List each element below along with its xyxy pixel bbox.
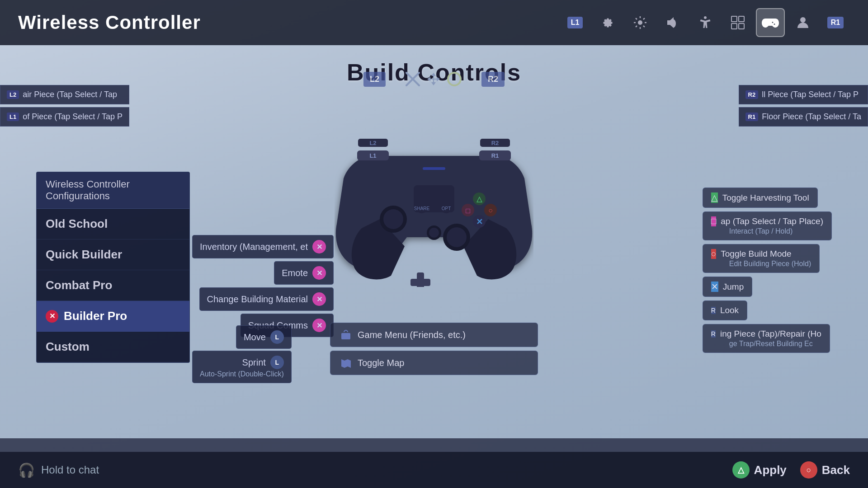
- custom-label: Custom: [46, 340, 90, 354]
- move-icon: [425, 70, 443, 88]
- l1-badge-2: L1: [7, 113, 19, 121]
- svg-point-14: [800, 17, 806, 23]
- profile-tab-button[interactable]: [788, 8, 817, 37]
- svg-text:□: □: [466, 207, 470, 215]
- svg-text:L1: L1: [369, 152, 376, 159]
- emote-mapping: Emote ✕: [274, 261, 334, 285]
- emote-btn-icon: ✕: [312, 266, 326, 280]
- toggle-harvesting-mapping: △ Toggle Harvesting Tool: [703, 188, 818, 208]
- apply-triangle-icon: △: [732, 461, 750, 479]
- network-tab-button[interactable]: [723, 8, 752, 37]
- r2-top-btn: R2: [481, 72, 505, 87]
- l2-badge: L2: [7, 90, 19, 99]
- interact-sub-text: Interact (Tap / Hold): [711, 227, 793, 235]
- nav-icon-group: L1 R1: [561, 8, 850, 37]
- brightness-tab-button[interactable]: [626, 8, 655, 37]
- circle-icon: [445, 70, 463, 88]
- builder-pro-label: Builder Pro: [64, 309, 127, 323]
- top-controller-row: L2 R2: [363, 70, 505, 88]
- svg-rect-13: [739, 23, 744, 29]
- back-label: Back: [822, 463, 850, 477]
- inventory-btn-icon: ✕: [312, 240, 326, 253]
- inventory-text: Inventory (Management, et: [200, 242, 308, 252]
- config-item-custom[interactable]: Custom: [37, 332, 189, 362]
- hold-to-chat-area: 🎧 Hold to chat: [18, 462, 99, 478]
- top-navigation: Wireless Controller L1: [0, 0, 868, 45]
- r2-label-text: ll Piece (Tap Select / Tap P: [762, 90, 859, 99]
- bottom-left-movement: Move L Sprint L Auto-Sprint (Double-Clic…: [192, 325, 292, 383]
- accessibility-tab-button[interactable]: [691, 8, 720, 37]
- move-l-stick-icon: L: [270, 330, 284, 344]
- svg-point-0: [638, 20, 642, 25]
- game-menu-text: Game Menu (Friends, etc.): [358, 330, 466, 340]
- apply-label: Apply: [754, 463, 787, 477]
- quick-builder-label: Quick Builder: [46, 248, 122, 262]
- r1-badge-2: R1: [745, 113, 759, 121]
- svg-text:L2: L2: [369, 140, 376, 146]
- look-text: Look: [720, 305, 739, 315]
- svg-rect-48: [341, 333, 350, 339]
- controller-tab-button[interactable]: [756, 8, 785, 37]
- config-item-old-school[interactable]: Old School: [37, 209, 189, 239]
- svg-rect-24: [410, 279, 430, 286]
- svg-point-22: [447, 227, 467, 247]
- sprint-mapping: Sprint L Auto-Sprint (Double-Click): [192, 351, 292, 383]
- right-side-mappings: △ Toggle Harvesting Tool □ ap (Tap Selec…: [703, 188, 832, 353]
- look-mapping: R Look: [703, 300, 747, 320]
- toggle-map-mapping: Toggle Map: [330, 351, 538, 375]
- toggle-map-text: Toggle Map: [358, 358, 404, 368]
- config-panel-title: Wireless Controller Configurations: [37, 172, 189, 209]
- svg-line-7: [643, 18, 645, 19]
- svg-point-46: [429, 228, 439, 238]
- controller-image: △ ○ ✕ □ L1 L2 R1 R2 SHARE OPT: [335, 120, 533, 287]
- l2-label-text: air Piece (Tap Select / Tap: [23, 90, 117, 99]
- repair-text: ing Piece (Tap)/Repair (Ho: [720, 329, 821, 339]
- selected-x-icon: ✕: [46, 310, 58, 323]
- mid-left-mappings: Inventory (Management, et ✕ Emote ✕ Chan…: [192, 235, 334, 337]
- config-item-quick-builder[interactable]: Quick Builder: [37, 239, 189, 270]
- config-item-combat-pro[interactable]: Combat Pro: [37, 270, 189, 301]
- svg-text:○: ○: [488, 206, 493, 214]
- svg-rect-11: [739, 16, 744, 22]
- svg-text:R1: R1: [491, 152, 499, 159]
- hold-to-chat-text: Hold to chat: [41, 464, 99, 476]
- settings-tab-button[interactable]: [593, 8, 622, 37]
- svg-point-9: [704, 16, 707, 19]
- toggle-build-text: Toggle Build Mode: [721, 249, 791, 259]
- toggle-harvesting-text: Toggle Harvesting Tool: [722, 193, 809, 203]
- svg-line-6: [643, 26, 645, 27]
- r-stick-look: R: [711, 307, 716, 314]
- back-circle-icon: ○: [800, 461, 817, 479]
- combat-pro-label: Combat Pro: [46, 278, 112, 292]
- sprint-l-stick-icon: L: [270, 356, 284, 369]
- svg-text:R2: R2: [491, 140, 499, 146]
- svg-point-17: [448, 73, 461, 85]
- svg-line-5: [636, 18, 637, 19]
- emote-text: Emote: [282, 268, 308, 278]
- l1-label-text: of Piece (Tap Select / Tap P: [23, 112, 123, 122]
- l2-top-btn: L2: [363, 72, 386, 87]
- sound-tab-button[interactable]: [658, 8, 687, 37]
- r2-label: R2 ll Piece (Tap Select / Tap P: [739, 85, 868, 104]
- repair-mapping: R ing Piece (Tap)/Repair (Ho ge Trap/Res…: [703, 324, 830, 353]
- x-mark-icon: [404, 70, 422, 88]
- config-item-builder-pro[interactable]: ✕ Builder Pro: [37, 301, 189, 332]
- svg-rect-47: [423, 167, 445, 170]
- dpad-cluster: [404, 70, 463, 88]
- l1-badge: L1: [567, 17, 583, 28]
- svg-rect-12: [731, 23, 737, 29]
- interact-text: ap (Tap Select / Tap Place): [721, 216, 823, 226]
- back-button[interactable]: ○ Back: [800, 461, 850, 479]
- r1-tab-button[interactable]: R1: [821, 8, 850, 37]
- game-menu-mapping: Game Menu (Friends, etc.): [330, 323, 538, 347]
- auto-sprint-subtext: Auto-Sprint (Double-Click): [200, 370, 284, 378]
- move-mapping: Move L: [236, 325, 292, 349]
- bottom-bar: 🎧 Hold to chat △ Apply ○ Back: [0, 452, 868, 488]
- svg-line-8: [636, 26, 637, 27]
- change-building-material-icon: ✕: [312, 292, 326, 306]
- r1-badge: R1: [827, 17, 844, 28]
- apply-button[interactable]: △ Apply: [732, 461, 787, 479]
- l1-tab-button[interactable]: L1: [561, 8, 590, 37]
- change-building-material-text: Change Building Material: [207, 294, 308, 305]
- move-text: Move: [244, 332, 266, 343]
